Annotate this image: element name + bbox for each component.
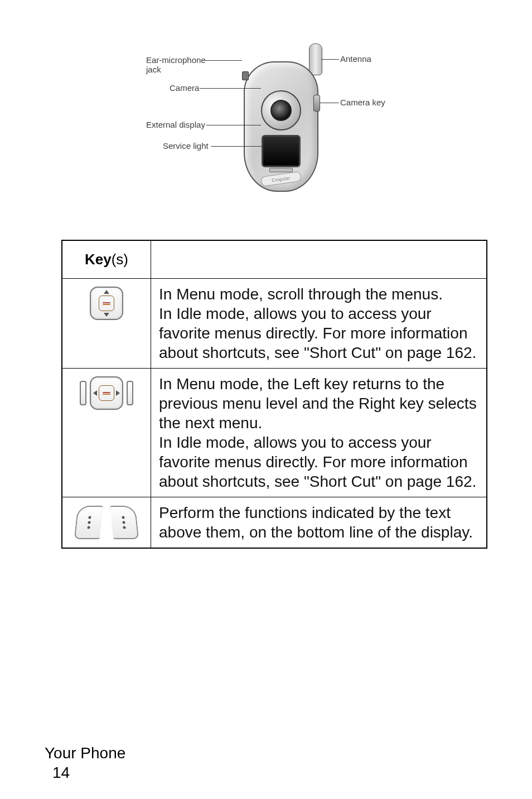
table-row: In Menu mode, the Left key returns to th… [62,369,487,497]
header-desc [151,240,487,279]
table-header-row: Key(s) [62,240,487,279]
key-functions-table: Key(s) In Menu mode, scroll through the … [61,240,487,549]
phone-diagram: Cingular Ear-microphone jack Camera Exte… [61,28,487,201]
camera-key-shape [313,95,320,112]
nav-key-updown-icon [90,287,123,320]
label-camera-key: Camera key [340,98,385,108]
label-camera: Camera [170,84,199,93]
key-desc: Perform the functions indicated by the t… [151,497,487,549]
camera-lens-ring [261,90,301,130]
key-icon-cell [62,369,151,497]
document-page: Cingular Ear-microphone jack Camera Exte… [0,0,532,799]
key-icon-cell [62,497,151,549]
footer-section: Your Phone [45,744,125,762]
header-key-suffix: (s) [112,251,128,268]
label-antenna: Antenna [340,55,371,64]
key-desc: In Menu mode, scroll through the menus. … [151,279,487,369]
external-display-shape [262,135,301,167]
ear-jack-shape [242,71,249,80]
antenna-shape [309,43,322,75]
label-service-light: Service light [163,142,209,151]
soft-keys-icon [76,506,137,539]
key-icon-cell [62,279,151,369]
table-row: In Menu mode, scroll through the menus. … [62,279,487,369]
table-row: Perform the functions indicated by the t… [62,497,487,549]
phone-body: Cingular [244,61,318,192]
brand-badge: Cingular [260,171,302,187]
key-desc: In Menu mode, the Left key returns to th… [151,369,487,497]
label-external-display: External display [146,120,205,130]
footer-page-number: 14 [52,763,125,782]
label-ear-mic-jack: Ear-microphone jack [146,56,206,74]
page-footer: Your Phone 14 [45,743,125,782]
header-key-label: Key [85,251,112,268]
header-key: Key(s) [62,240,151,279]
camera-lens [270,100,292,121]
nav-key-leftright-icon [80,376,133,410]
